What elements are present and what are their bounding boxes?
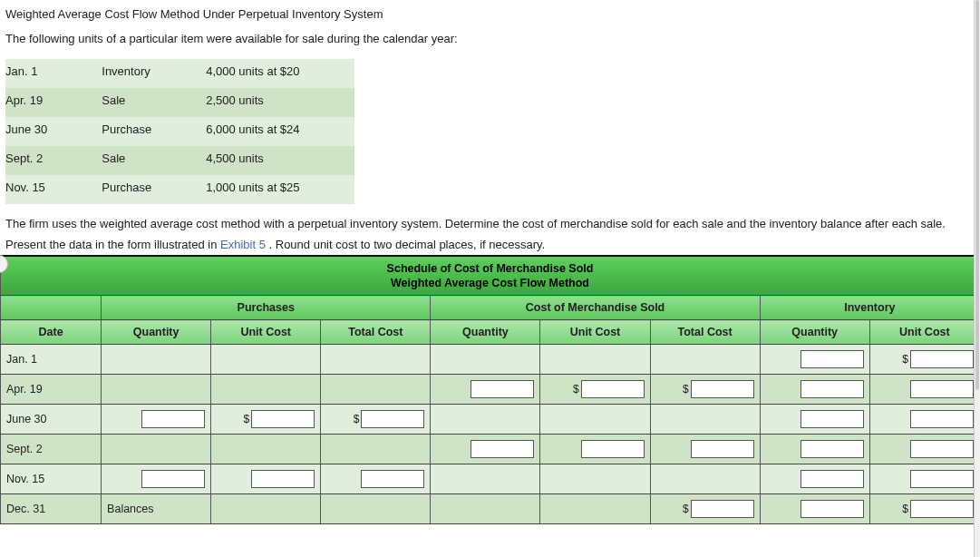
group-inventory: Inventory	[760, 296, 979, 320]
schedule-row: Dec. 31Balances$$	[1, 494, 980, 524]
currency-prefix: $	[683, 503, 689, 515]
cell-c_uc	[540, 464, 650, 494]
cell-c_uc	[540, 435, 650, 464]
transaction-type: Purchase	[102, 175, 206, 204]
cell-i_uc	[869, 464, 979, 494]
input-p_uc[interactable]	[251, 410, 315, 428]
transaction-type: Purchase	[102, 117, 206, 146]
input-i_uc[interactable]	[910, 380, 974, 398]
input-i_qty[interactable]	[800, 410, 864, 428]
input-p_qty[interactable]	[141, 410, 205, 428]
group-cogs: Cost of Merchandise Sold	[431, 296, 760, 320]
input-i_qty[interactable]	[800, 500, 864, 518]
input-i_qty[interactable]	[800, 440, 864, 458]
cell-c_uc	[540, 345, 650, 375]
input-i_uc[interactable]	[910, 350, 974, 368]
input-i_qty[interactable]	[800, 380, 864, 398]
cell-p_tc	[321, 375, 431, 405]
input-c_qty[interactable]	[471, 380, 534, 398]
cell-i_qty	[760, 405, 869, 435]
instructions: The firm uses the weighted average cost …	[5, 213, 971, 256]
transaction-row: June 30Purchase6,000 units at $24	[5, 117, 354, 146]
input-p_qty[interactable]	[141, 470, 205, 488]
currency-prefix: $	[902, 503, 908, 515]
input-i_uc[interactable]	[910, 410, 974, 428]
cell-p_uc	[211, 435, 321, 464]
transaction-detail: 4,500 units	[206, 146, 354, 175]
input-c_tc[interactable]	[691, 380, 754, 398]
cell-p_tc	[321, 435, 431, 464]
schedule-row: Apr. 19$$	[1, 375, 980, 405]
cell-i_uc	[869, 435, 979, 464]
cell-c_uc: $	[540, 375, 650, 405]
schedule-header: Schedule of Cost of Merchandise Sold Wei…	[1, 256, 980, 296]
cell-c_tc	[650, 345, 760, 375]
input-p_tc[interactable]	[361, 470, 424, 488]
scrollbar-thumb[interactable]	[975, 0, 979, 390]
vertical-scrollbar[interactable]	[974, 0, 980, 524]
cell-p_tc	[321, 464, 431, 494]
cell-i_uc	[869, 375, 979, 405]
cell-c_tc: $	[650, 494, 760, 524]
input-c_tc[interactable]	[691, 440, 754, 458]
input-c_uc[interactable]	[581, 440, 645, 458]
cell-date: Apr. 19	[1, 375, 102, 405]
cell-p_qty	[102, 405, 211, 435]
cell-c_qty	[431, 375, 540, 405]
transaction-date: Sept. 2	[5, 146, 102, 175]
input-i_uc[interactable]	[910, 440, 974, 458]
input-i_qty[interactable]	[800, 350, 864, 368]
currency-prefix: $	[354, 413, 360, 425]
transaction-detail: 1,000 units at $25	[206, 175, 354, 204]
cell-c_uc	[540, 494, 650, 524]
cell-c_qty	[431, 464, 540, 494]
transaction-detail: 6,000 units at $24	[206, 117, 354, 146]
cell-p_uc	[211, 345, 321, 375]
schedule-row: Nov. 15	[1, 464, 980, 494]
cell-c_qty	[431, 345, 540, 375]
cell-i_uc: $	[869, 494, 979, 524]
input-c_tc[interactable]	[691, 500, 754, 518]
cell-c_qty	[431, 494, 540, 524]
input-i_uc[interactable]	[910, 470, 974, 488]
cell-c_tc	[650, 435, 760, 464]
transaction-row: Sept. 2Sale4,500 units	[5, 146, 354, 175]
schedule-table: Schedule of Cost of Merchandise Sold Wei…	[0, 255, 980, 524]
group-blank	[1, 296, 102, 320]
cell-i_qty	[760, 464, 869, 494]
col-cogs-unit-cost: Unit Cost	[540, 320, 650, 345]
cell-p_uc: $	[211, 405, 321, 435]
cell-i_qty	[760, 435, 869, 464]
input-p_tc[interactable]	[361, 410, 424, 428]
currency-prefix: $	[683, 383, 689, 396]
exhibit-link[interactable]: Exhibit 5	[220, 238, 266, 251]
cell-i_uc: $	[869, 345, 979, 375]
cell-c_tc	[650, 405, 760, 435]
transactions-table: Jan. 1Inventory4,000 units at $20Apr. 19…	[5, 59, 354, 204]
input-i_qty[interactable]	[800, 470, 864, 488]
cell-date: Jan. 1	[1, 345, 102, 375]
transaction-row: Jan. 1Inventory4,000 units at $20	[5, 59, 354, 88]
input-c_qty[interactable]	[471, 440, 534, 458]
cell-i_qty	[760, 375, 869, 405]
transaction-type: Sale	[102, 146, 206, 175]
currency-prefix: $	[244, 413, 250, 425]
transaction-detail: 4,000 units at $20	[206, 59, 354, 88]
page-title: Weighted Average Cost Flow Method Under …	[5, 7, 971, 21]
lead-text: The following units of a particular item…	[5, 30, 971, 48]
group-purchases: Purchases	[102, 296, 431, 320]
input-c_uc[interactable]	[581, 380, 645, 398]
cell-date: Nov. 15	[1, 464, 102, 494]
input-p_uc[interactable]	[251, 470, 315, 488]
transaction-date: Apr. 19	[5, 88, 102, 117]
currency-prefix: $	[902, 353, 908, 366]
cell-i_uc	[869, 405, 979, 435]
cell-date: Dec. 31	[1, 494, 102, 524]
cell-c_tc	[650, 464, 760, 494]
cell-p_uc	[211, 464, 321, 494]
transaction-date: June 30	[5, 117, 102, 146]
transaction-row: Apr. 19Sale2,500 units	[5, 88, 354, 117]
cell-p_qty	[102, 464, 211, 494]
input-i_uc[interactable]	[910, 500, 974, 518]
cell-date: June 30	[1, 405, 102, 435]
